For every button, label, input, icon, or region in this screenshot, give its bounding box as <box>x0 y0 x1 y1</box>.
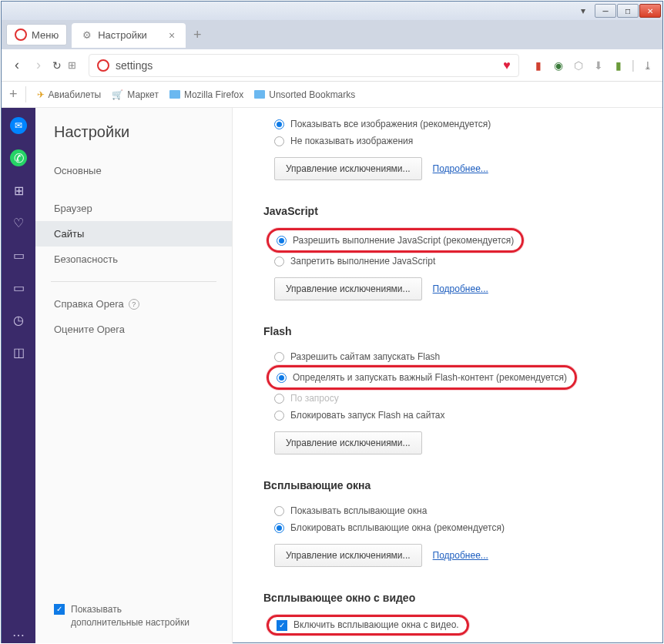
tab-close-icon[interactable]: × <box>169 29 175 42</box>
minimize-button[interactable]: ─ <box>595 4 616 18</box>
video-popup-group: Всплывающее окно с видео ✓Включить всплы… <box>263 592 649 643</box>
radio-checked-icon <box>274 523 284 533</box>
radio-checked-icon <box>274 119 284 129</box>
titlebar-dropdown-icon[interactable]: ▾ <box>575 5 591 17</box>
extension-icon-2[interactable]: ◉ <box>552 59 565 72</box>
settings-navigation: Настройки Основные Браузер Сайты Безопас… <box>35 108 233 643</box>
highlight-marker: Разрешить выполнение JavaScript (рекомен… <box>267 228 524 253</box>
adblock-icon[interactable]: ⬡ <box>572 59 585 72</box>
folder-icon <box>254 90 265 99</box>
radio-checked-icon <box>277 236 287 246</box>
speed-dial-icon[interactable]: ⊞ <box>68 59 76 71</box>
whatsapp-icon[interactable]: ✆ <box>10 149 27 166</box>
bookmarks-bar: + ✈Авиабилеты 🛒Маркет Mozilla Firefox Un… <box>2 82 662 108</box>
sidebar: ✉ ✆ ⊞ ♡ ▭ ▭ ◷ ◫ ⋯ <box>2 108 35 643</box>
manage-exceptions-button[interactable]: Управление исключениями... <box>274 277 422 300</box>
forward-button[interactable]: › <box>31 57 46 73</box>
back-button[interactable]: ‹ <box>9 57 25 73</box>
menu-label: Меню <box>32 29 59 41</box>
manage-exceptions-button[interactable]: Управление исключениями... <box>274 544 422 567</box>
address-field[interactable]: ♥ <box>89 54 519 77</box>
radio-flash-detect[interactable]: Определять и запускать важный Flash-конт… <box>277 369 567 386</box>
history-sidebar-icon[interactable]: ◷ <box>10 311 27 328</box>
extension-icon-1[interactable]: ▮ <box>532 59 545 72</box>
tab-settings[interactable]: ⚙ Настройки × <box>72 23 186 48</box>
heart-sidebar-icon[interactable]: ♡ <box>10 214 27 231</box>
opera-o-icon <box>97 59 109 72</box>
manage-exceptions-button[interactable]: Управление исключениями... <box>274 157 422 180</box>
opera-logo-icon <box>15 29 27 41</box>
radio-icon <box>274 506 284 516</box>
tab-bar: Меню ⚙ Настройки × + <box>2 20 662 49</box>
popups-group: Всплывающие окна Показывать всплывающие … <box>263 479 649 567</box>
speed-dial-sidebar-icon[interactable]: ⊞ <box>10 182 27 199</box>
javascript-group: JavaScript Разрешить выполнение JavaScri… <box>263 205 649 300</box>
radio-flash-ask[interactable]: По запросу <box>263 390 649 407</box>
new-tab-button[interactable]: + <box>193 27 202 43</box>
highlight-marker: ✓Включить всплывающие окна с видео. <box>267 615 469 636</box>
radio-icon <box>274 257 284 267</box>
settings-content[interactable]: Показывать все изображения (рекомендуетс… <box>233 108 662 643</box>
download-icon[interactable]: ⬇ <box>592 59 605 72</box>
radio-images-show[interactable]: Показывать все изображения (рекомендуетс… <box>263 116 649 132</box>
tabs-sidebar-icon[interactable]: ▭ <box>10 279 27 296</box>
nav-browser[interactable]: Браузер <box>35 196 232 221</box>
more-link[interactable]: Подробнее... <box>433 550 488 561</box>
downloads-button[interactable]: ⤓ <box>641 59 655 72</box>
more-link[interactable]: Подробнее... <box>433 163 488 174</box>
radio-icon <box>274 352 284 362</box>
tab-title: Настройки <box>98 29 147 41</box>
checkbox-video-popup[interactable]: ✓Включить всплывающие окна с видео. <box>277 619 459 632</box>
radio-flash-allow[interactable]: Разрешить сайтам запускать Flash <box>263 348 649 365</box>
bookmark-item[interactable]: 🛒Маркет <box>112 89 159 100</box>
address-bar: ‹ › ↻ ⊞ ♥ ▮ ◉ ⬡ ⬇ ▮ | ⤓ <box>2 49 662 82</box>
radio-popups-show[interactable]: Показывать всплывающие окна <box>263 502 649 519</box>
manage-exceptions-button[interactable]: Управление исключениями... <box>274 431 422 454</box>
bookmark-item[interactable]: Mozilla Firefox <box>169 89 243 100</box>
nav-rate[interactable]: Оцените Opera <box>35 317 232 342</box>
heart-icon[interactable]: ♥ <box>503 59 511 72</box>
radio-icon <box>274 136 284 146</box>
radio-flash-block[interactable]: Блокировать запуск Flash на сайтах <box>263 407 649 424</box>
video-title: Всплывающее окно с видео <box>263 592 649 604</box>
more-link[interactable]: Подробнее... <box>433 283 488 294</box>
flash-group: Flash Разрешить сайтам запускать Flash О… <box>263 325 649 454</box>
maximize-button[interactable]: □ <box>617 4 639 18</box>
radio-icon <box>274 394 284 404</box>
messenger-icon[interactable]: ✉ <box>10 117 27 134</box>
folder-icon <box>169 90 180 99</box>
radio-js-allow[interactable]: Разрешить выполнение JavaScript (рекомен… <box>277 232 514 249</box>
radio-js-block[interactable]: Запретить выполнение JavaScript <box>263 253 649 270</box>
radio-images-hide[interactable]: Не показывать изображения <box>263 132 649 149</box>
flash-title: Flash <box>263 325 649 337</box>
nav-basic[interactable]: Основные <box>35 158 232 183</box>
popups-title: Всплывающие окна <box>263 479 649 491</box>
nav-security[interactable]: Безопасность <box>35 247 232 272</box>
show-advanced-checkbox[interactable]: ✓ Показывать дополнительные настройки <box>54 603 194 629</box>
address-input[interactable] <box>116 59 497 72</box>
radio-checked-icon <box>277 373 287 383</box>
bookmark-item[interactable]: Unsorted Bookmarks <box>254 89 355 100</box>
help-icon: ? <box>129 299 139 310</box>
nav-sites[interactable]: Сайты <box>35 221 232 247</box>
checkbox-checked-icon: ✓ <box>277 620 287 631</box>
reload-button[interactable]: ↻ <box>52 59 62 72</box>
bookmark-item[interactable]: ✈Авиабилеты <box>37 89 102 100</box>
close-button[interactable]: ✕ <box>639 4 661 18</box>
images-group: Показывать все изображения (рекомендуетс… <box>263 116 649 180</box>
settings-sidebar-icon[interactable]: ⋯ <box>10 626 27 643</box>
add-bookmark-button[interactable]: + <box>9 86 26 102</box>
highlight-marker: Определять и запускать важный Flash-конт… <box>267 365 577 390</box>
nav-help[interactable]: Справка Opera? <box>35 291 232 317</box>
radio-popups-block[interactable]: Блокировать всплывающие окна (рекомендуе… <box>263 519 649 536</box>
news-sidebar-icon[interactable]: ▭ <box>10 247 27 263</box>
window-titlebar: ▾ ─ □ ✕ <box>2 2 662 20</box>
settings-title: Настройки <box>35 123 232 158</box>
javascript-title: JavaScript <box>263 205 649 217</box>
radio-icon <box>274 411 284 421</box>
gear-icon: ⚙ <box>82 29 92 41</box>
extension-icon-3[interactable]: ▮ <box>612 59 625 72</box>
extensions-sidebar-icon[interactable]: ◫ <box>10 344 27 361</box>
checkbox-checked-icon: ✓ <box>54 604 65 615</box>
menu-button[interactable]: Меню <box>6 24 67 45</box>
